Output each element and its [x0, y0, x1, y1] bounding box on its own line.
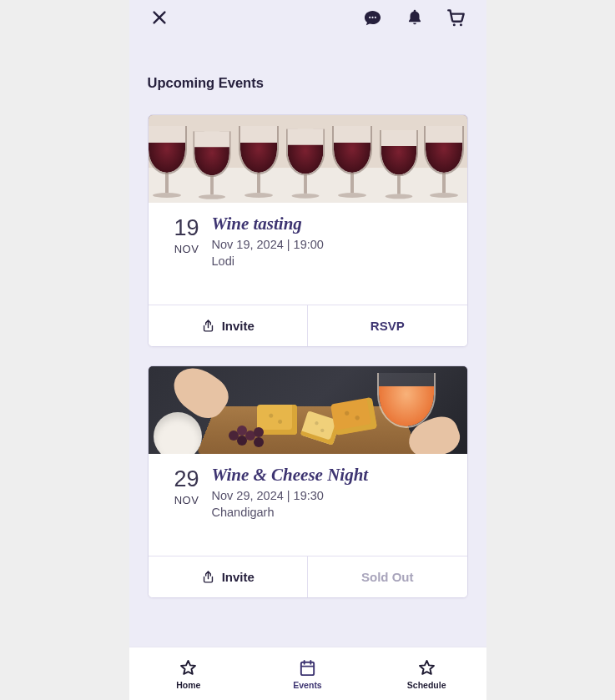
event-day: 29	[164, 467, 210, 492]
svg-point-2	[369, 16, 371, 18]
event-datetime: Nov 29, 2024 | 19:30	[212, 488, 452, 505]
event-body: 29 NOV Wine & Cheese Night Nov 29, 2024 …	[149, 454, 467, 556]
cta-label: Sold Out	[361, 570, 414, 584]
svg-point-5	[452, 23, 455, 26]
share-icon	[201, 570, 215, 584]
star-icon	[179, 658, 198, 677]
event-info: Wine & Cheese Night Nov 29, 2024 | 19:30…	[210, 466, 452, 537]
event-image	[149, 115, 467, 203]
invite-label: Invite	[222, 570, 255, 584]
event-actions: Invite RSVP	[149, 305, 467, 346]
invite-button[interactable]: Invite	[149, 556, 308, 597]
svg-point-3	[371, 16, 373, 18]
app-viewport: Upcoming Events 19 NOV Wine tasting	[129, 0, 486, 700]
event-body: 19 NOV Wine tasting Nov 19, 2024 | 19:00…	[149, 203, 467, 305]
invite-button[interactable]: Invite	[149, 305, 308, 346]
cart-icon	[446, 7, 467, 28]
invite-label: Invite	[222, 319, 255, 333]
nav-schedule[interactable]: Schedule	[367, 647, 486, 700]
event-date: 29 NOV	[164, 466, 210, 537]
event-image	[149, 366, 467, 454]
event-title: Wine & Cheese Night	[212, 466, 452, 485]
nav-home[interactable]: Home	[129, 647, 249, 700]
section-title: Upcoming Events	[148, 75, 468, 91]
svg-point-4	[375, 16, 376, 18]
event-title: Wine tasting	[212, 214, 452, 234]
nav-label: Schedule	[407, 680, 446, 690]
event-info: Wine tasting Nov 19, 2024 | 19:00 Lodi	[210, 214, 452, 286]
event-actions: Invite Sold Out	[149, 556, 467, 597]
content-scroll[interactable]: Upcoming Events 19 NOV Wine tasting	[129, 35, 486, 647]
bottom-nav: Home Events Schedule	[129, 647, 486, 700]
svg-point-6	[459, 23, 461, 26]
event-date: 19 NOV	[164, 214, 210, 286]
top-bar	[129, 0, 486, 35]
event-datetime: Nov 19, 2024 | 19:00	[212, 237, 452, 254]
event-card[interactable]: 29 NOV Wine & Cheese Night Nov 29, 2024 …	[148, 365, 468, 598]
event-month: NOV	[164, 494, 210, 506]
event-card[interactable]: 19 NOV Wine tasting Nov 19, 2024 | 19:00…	[148, 114, 468, 347]
nav-label: Home	[176, 680, 200, 690]
share-icon	[201, 319, 215, 333]
event-day: 19	[164, 216, 210, 241]
event-month: NOV	[164, 243, 210, 255]
star-icon	[417, 658, 436, 677]
cart-button[interactable]	[438, 1, 475, 34]
svg-rect-7	[301, 662, 314, 674]
nav-events[interactable]: Events	[248, 647, 367, 700]
event-location: Lodi	[212, 254, 452, 270]
soldout-button: Sold Out	[307, 556, 467, 597]
nav-label: Events	[293, 680, 321, 690]
calendar-icon	[298, 658, 317, 677]
rsvp-button[interactable]: RSVP	[307, 305, 467, 346]
notifications-button[interactable]	[396, 1, 433, 34]
event-location: Chandigarh	[212, 505, 452, 521]
cta-label: RSVP	[371, 319, 405, 333]
chat-button[interactable]	[355, 1, 391, 34]
chat-icon	[363, 8, 382, 28]
close-icon	[150, 8, 169, 27]
close-button[interactable]	[141, 1, 178, 34]
bell-icon	[406, 8, 424, 27]
